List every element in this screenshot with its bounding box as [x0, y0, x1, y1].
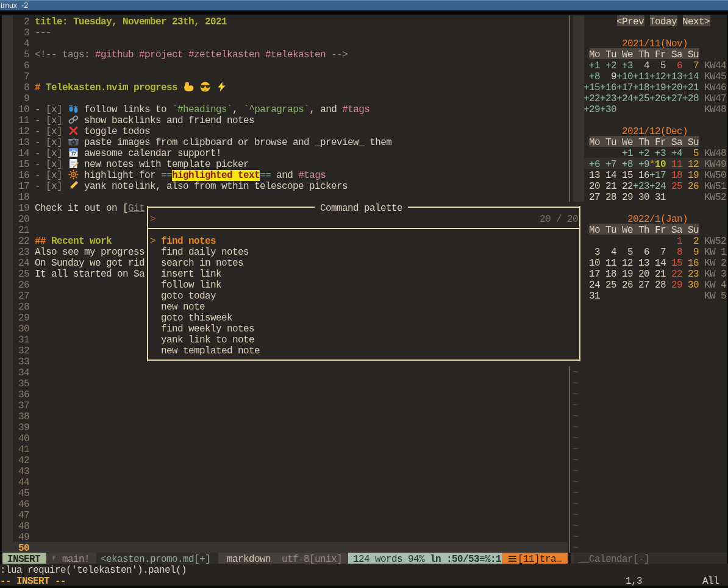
- svg-text:17: 17: [71, 151, 76, 157]
